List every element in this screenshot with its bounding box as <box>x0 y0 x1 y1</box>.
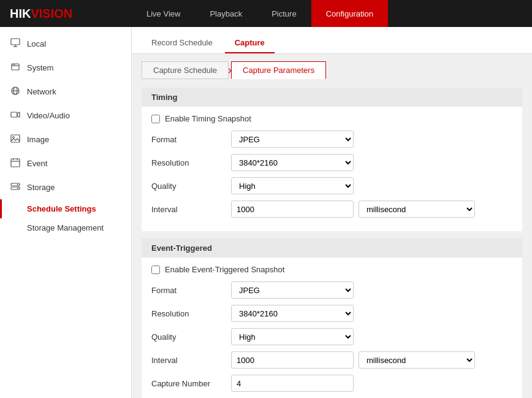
svg-point-13 <box>13 137 15 139</box>
sub-tab-capture-parameters[interactable]: Capture Parameters <box>231 61 326 79</box>
timing-quality-select[interactable]: High Medium Low <box>231 177 354 194</box>
event-interval-unit-select[interactable]: millisecond second <box>359 351 475 369</box>
enable-timing-row: Enable Timing Snapshot <box>151 114 512 123</box>
capture-number-input[interactable] <box>231 375 354 392</box>
sidebar: Local System Network Video/Audio Image <box>0 27 132 398</box>
sub-tab-arrow: › <box>228 64 232 77</box>
logo: HIKVISION <box>0 7 132 21</box>
svg-marker-11 <box>17 112 20 117</box>
sidebar-label-video-audio: Video/Audio <box>27 111 70 120</box>
event-format-row: Format JPEG <box>151 281 512 299</box>
layout: Local System Network Video/Audio Image <box>0 27 532 398</box>
svg-rect-0 <box>11 39 20 45</box>
system-icon <box>10 62 21 74</box>
nav-live-view[interactable]: Live View <box>132 0 195 27</box>
svg-rect-12 <box>11 135 20 142</box>
timing-interval-input[interactable] <box>231 201 354 218</box>
event-triggered-section-body: Enable Event-Triggered Snapshot Format J… <box>142 258 522 398</box>
nav-picture[interactable]: Picture <box>257 0 311 27</box>
event-quality-row: Quality High Medium Low <box>151 328 512 345</box>
event-resolution-row: Resolution 3840*2160 <box>151 305 512 322</box>
timing-quality-row: Quality High Medium Low <box>151 177 512 194</box>
svg-point-21 <box>17 188 18 189</box>
timing-interval-label: Interval <box>151 205 231 214</box>
monitor-icon <box>10 38 21 50</box>
logo-hik: HIK <box>10 7 31 21</box>
timing-resolution-select[interactable]: 3840*2160 <box>231 154 354 171</box>
sidebar-label-network: Network <box>27 87 56 96</box>
event-icon <box>10 158 21 169</box>
event-interval-label: Interval <box>151 356 231 365</box>
event-format-select[interactable]: JPEG <box>231 281 354 299</box>
event-quality-label: Quality <box>151 332 231 342</box>
timing-resolution-label: Resolution <box>151 158 231 167</box>
nav-playback[interactable]: Playback <box>195 0 257 27</box>
enable-event-checkbox[interactable] <box>151 266 160 274</box>
svg-point-6 <box>14 64 15 66</box>
timing-resolution-row: Resolution 3840*2160 <box>151 154 512 171</box>
image-icon <box>10 134 21 145</box>
event-triggered-section: Event-Triggered Enable Event-Triggered S… <box>142 239 522 398</box>
sidebar-item-video-audio[interactable]: Video/Audio <box>0 104 131 128</box>
event-interval-input[interactable] <box>231 351 354 369</box>
sidebar-label-event: Event <box>27 159 47 168</box>
event-resolution-select[interactable]: 3840*2160 <box>231 305 354 322</box>
sidebar-sub-storage-management[interactable]: Storage Management <box>0 218 131 237</box>
event-interval-row: Interval millisecond second <box>151 351 512 369</box>
logo-vision: VISION <box>31 7 72 21</box>
timing-interval-row: Interval millisecond second <box>151 201 512 218</box>
main-content: Record Schedule Capture Capture Schedule… <box>132 27 532 398</box>
enable-timing-label: Enable Timing Snapshot <box>165 114 251 123</box>
tab-capture[interactable]: Capture <box>225 33 275 53</box>
sidebar-label-image: Image <box>27 135 49 144</box>
sidebar-item-network[interactable]: Network <box>0 80 131 104</box>
svg-rect-14 <box>11 159 20 167</box>
event-quality-select[interactable]: High Medium Low <box>231 328 354 345</box>
top-nav: HIKVISION Live View Playback Picture Con… <box>0 0 532 27</box>
sidebar-item-event[interactable]: Event <box>0 151 131 175</box>
timing-section-body: Enable Timing Snapshot Format JPEG Resol… <box>142 107 522 231</box>
sidebar-label-local: Local <box>27 39 46 48</box>
sidebar-item-system[interactable]: System <box>0 56 131 80</box>
svg-rect-10 <box>11 112 17 117</box>
sub-tabs: Capture Schedule › Capture Parameters <box>142 61 522 79</box>
event-interval-controls: millisecond second <box>231 351 475 369</box>
capture-number-row: Capture Number <box>151 375 512 392</box>
sidebar-label-storage: Storage <box>27 183 55 192</box>
sub-tab-capture-schedule[interactable]: Capture Schedule <box>142 61 229 79</box>
page-tabs: Record Schedule Capture <box>132 27 532 54</box>
nav-items: Live View Playback Picture Configuration <box>132 0 388 27</box>
enable-event-label: Enable Event-Triggered Snapshot <box>165 265 284 274</box>
content-area: Capture Schedule › Capture Parameters Ti… <box>132 54 532 398</box>
sidebar-sub-schedule-settings[interactable]: Schedule Settings <box>0 199 131 218</box>
timing-format-row: Format JPEG <box>151 131 512 148</box>
timing-format-label: Format <box>151 135 231 144</box>
timing-quality-label: Quality <box>151 182 231 191</box>
video-icon <box>10 110 21 121</box>
sidebar-item-storage[interactable]: Storage <box>0 175 131 199</box>
timing-section: Timing Enable Timing Snapshot Format JPE… <box>142 88 522 231</box>
timing-interval-unit-select[interactable]: millisecond second <box>359 201 475 218</box>
event-triggered-section-header: Event-Triggered <box>142 239 522 258</box>
timing-interval-controls: millisecond second <box>231 201 475 218</box>
nav-configuration[interactable]: Configuration <box>311 0 388 27</box>
tab-record-schedule[interactable]: Record Schedule <box>142 33 222 53</box>
svg-point-20 <box>17 184 18 185</box>
sidebar-item-image[interactable]: Image <box>0 128 131 151</box>
network-icon <box>10 86 21 98</box>
event-resolution-label: Resolution <box>151 309 231 318</box>
storage-icon <box>10 182 21 193</box>
timing-section-header: Timing <box>142 88 522 107</box>
sidebar-label-system: System <box>27 63 53 72</box>
event-format-label: Format <box>151 286 231 295</box>
timing-format-select[interactable]: JPEG <box>231 131 354 148</box>
enable-event-row: Enable Event-Triggered Snapshot <box>151 265 512 274</box>
sidebar-item-local[interactable]: Local <box>0 32 131 56</box>
svg-point-5 <box>13 64 14 66</box>
enable-timing-checkbox[interactable] <box>151 115 160 123</box>
capture-number-label: Capture Number <box>151 379 231 388</box>
